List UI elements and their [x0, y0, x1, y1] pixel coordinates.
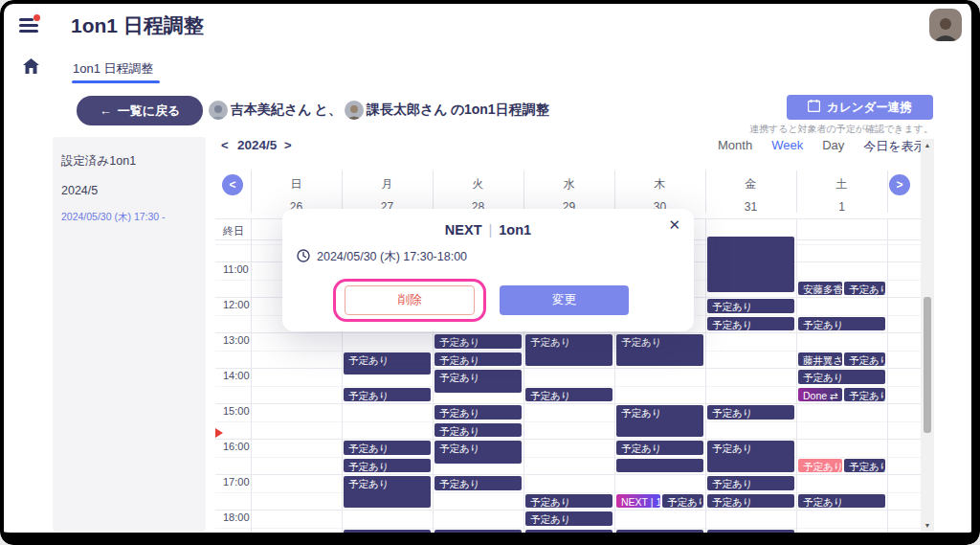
event-badge[interactable] — [707, 530, 794, 534]
home-icon[interactable] — [23, 58, 39, 78]
calendar-link-hint: 連携すると対象者の予定が確認できます。 — [627, 123, 933, 136]
event-badge[interactable]: 予定あり — [344, 441, 431, 455]
event-badge[interactable] — [616, 530, 703, 534]
event-badge[interactable] — [434, 530, 522, 534]
event-badge[interactable]: 予定あり — [707, 494, 794, 509]
time-label: 14:00 — [223, 370, 250, 381]
view-month[interactable]: Month — [718, 138, 752, 155]
event-badge[interactable]: 予定あり — [798, 370, 885, 384]
event-badge[interactable]: 予定あり — [434, 405, 522, 420]
delete-button[interactable]: 削除 — [345, 285, 475, 315]
event-badge[interactable]: 予定あり — [707, 405, 794, 420]
grid-line — [215, 457, 924, 458]
event-badge[interactable]: 予定あり — [616, 334, 703, 366]
grid-line — [215, 528, 924, 529]
event-badge[interactable]: 予定あり — [525, 334, 612, 366]
grid-line — [215, 510, 924, 511]
calendar-event: 予定あり — [798, 370, 885, 384]
event-badge[interactable]: 予定あり — [844, 352, 885, 367]
user-avatar[interactable] — [929, 9, 962, 41]
event-badge[interactable] — [344, 530, 431, 534]
app-window: 1on1 日程調整 1on1 日程調整 ← 一覧に戻る 吉本美紀さん と、 課長… — [0, 0, 980, 545]
event-badge[interactable]: 予定あり — [434, 370, 522, 393]
event-badge[interactable]: 予定あり — [844, 282, 885, 296]
event-badge[interactable]: 予定あり — [525, 494, 612, 509]
participant2-avatar — [345, 101, 364, 120]
change-button[interactable]: 変更 — [500, 285, 629, 315]
sidebar-month: 2024/5 — [61, 184, 98, 197]
event-badge-done[interactable]: Done ⇄ — [798, 388, 842, 402]
event-badge[interactable]: 予定あり — [344, 459, 431, 473]
event-badge[interactable]: 安藤多香 — [798, 282, 842, 296]
view-day[interactable]: Day — [822, 138, 844, 155]
scrollbar-thumb[interactable] — [924, 297, 931, 433]
event-badge[interactable]: 予定あり — [434, 423, 522, 438]
page-title: 1on1 日程調整 — [71, 12, 204, 39]
event-badge[interactable]: 予定あり — [707, 476, 794, 490]
view-week[interactable]: Week — [771, 138, 803, 155]
prev-month-button[interactable]: < — [221, 138, 229, 152]
calendar-event: 予定あり — [616, 334, 703, 366]
event-badge[interactable]: 予定あり — [344, 352, 431, 375]
event-badge[interactable]: 予定あり — [707, 299, 794, 313]
scroll-down-arrow[interactable]: ▼ — [921, 522, 934, 529]
calendar-event: 予定あり — [344, 441, 431, 455]
tab-1on1-schedule[interactable]: 1on1 日程調整 — [73, 60, 154, 78]
participant1-avatar — [209, 101, 228, 120]
calendar-event: 予定あり — [344, 476, 431, 508]
time-label: 11:00 — [223, 263, 249, 275]
calendar-event: 予定あり — [707, 476, 794, 490]
time-label: 16:00 — [223, 441, 250, 452]
event-badge[interactable]: 予定あり — [798, 494, 885, 509]
event-badge[interactable] — [707, 237, 794, 292]
next-week-button[interactable]: > — [889, 174, 910, 195]
time-label: 13:00 — [223, 334, 250, 346]
scroll-up-arrow[interactable]: ▲ — [921, 142, 934, 148]
event-badge[interactable]: 予定あり — [616, 405, 703, 437]
calendar-event: 予定あり — [344, 352, 431, 375]
day-header-29: 水29 — [523, 172, 614, 214]
calendar-event: 予定あり — [707, 299, 794, 313]
event-badge[interactable]: 予定あり — [662, 494, 703, 509]
event-badge[interactable]: 予定あり — [344, 476, 431, 508]
event-badge[interactable]: 予定あり — [707, 317, 794, 331]
event-badge[interactable]: 予定あり — [434, 334, 522, 349]
allday-label: 終日 — [223, 224, 244, 238]
next-month-button[interactable]: > — [284, 138, 292, 152]
event-badge[interactable]: 予定あり — [844, 388, 885, 402]
event-badge-next[interactable]: NEXT | 1 — [616, 494, 660, 509]
calendar-event: 予定あり — [798, 494, 885, 509]
event-badge[interactable] — [525, 530, 612, 534]
event-badge[interactable] — [616, 459, 703, 473]
event-badge[interactable]: 予定あり — [434, 441, 522, 464]
event-badge[interactable]: 予定あり — [844, 459, 885, 473]
vertical-scrollbar[interactable]: ▲ ▼ — [921, 139, 934, 532]
calendar-event: Done ⇄予定あり — [798, 388, 885, 402]
event-badge[interactable]: 予定あり — [707, 441, 794, 472]
event-badge-pink[interactable]: 予定あり — [798, 459, 842, 473]
event-badge[interactable]: 予定あり — [344, 388, 431, 402]
event-badge[interactable]: 予定あり — [798, 317, 885, 331]
day-header-1: 土1 — [796, 172, 887, 214]
event-badge[interactable]: 予定あり — [434, 476, 522, 490]
event-badge[interactable]: 予定あり — [616, 441, 703, 455]
event-badge[interactable]: 藤井翼さ — [798, 352, 842, 367]
tab-active-underline — [72, 80, 160, 83]
calendar-event: 予定あり — [525, 494, 612, 509]
today-button[interactable]: 今日を表示 — [863, 138, 925, 155]
calendar-link-button[interactable]: カレンダー連携 — [787, 95, 933, 120]
calendar-event: 予定あり — [434, 476, 522, 490]
prev-week-button[interactable]: < — [222, 174, 243, 195]
sidebar-schedule-item[interactable]: 2024/05/30 (木) 17:30 - — [61, 211, 166, 224]
calendar-icon — [808, 100, 820, 115]
calendar-event: 予定あり — [616, 441, 703, 455]
event-badge[interactable]: 予定あり — [434, 352, 522, 367]
hamburger-menu-icon[interactable] — [19, 15, 40, 36]
event-badge[interactable]: 予定あり — [525, 388, 612, 402]
modal-title: NEXT|1on1 — [282, 222, 694, 238]
back-to-list-button[interactable]: ← 一覧に戻る — [77, 96, 203, 125]
current-time-marker — [215, 428, 223, 438]
calendar-event: 予定あり — [616, 405, 703, 437]
event-badge[interactable]: 予定あり — [525, 511, 612, 526]
grid-line — [215, 386, 924, 387]
